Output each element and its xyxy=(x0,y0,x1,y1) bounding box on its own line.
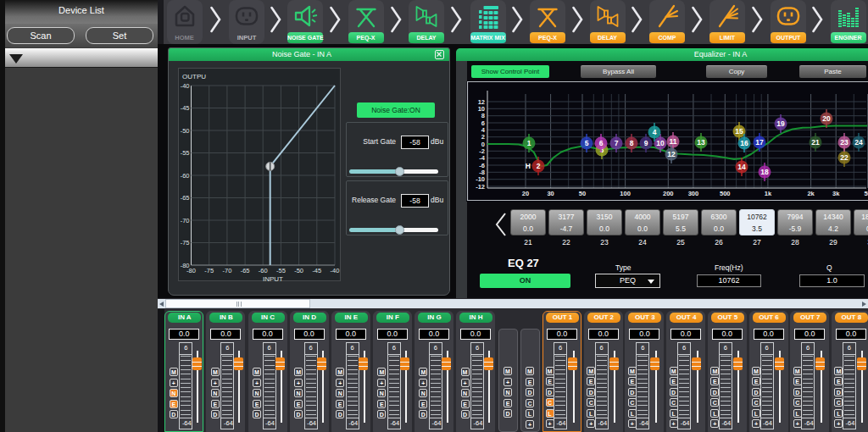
svg-text:100: 100 xyxy=(620,190,631,197)
svg-text:-40: -40 xyxy=(181,82,190,90)
svg-text:H: H xyxy=(526,162,531,170)
svg-text:11: 11 xyxy=(670,137,677,146)
svg-text:-50: -50 xyxy=(294,267,303,274)
svg-text:-60: -60 xyxy=(181,172,190,180)
svg-text:-40: -40 xyxy=(331,267,340,274)
svg-text:-70: -70 xyxy=(222,267,231,274)
svg-text:17: 17 xyxy=(755,138,764,147)
svg-text:50: 50 xyxy=(579,190,586,197)
svg-text:-55: -55 xyxy=(181,149,190,157)
svg-text:19: 19 xyxy=(776,119,785,128)
svg-text:18: 18 xyxy=(760,168,769,176)
svg-text:-70: -70 xyxy=(181,217,190,224)
svg-text:-65: -65 xyxy=(181,194,190,202)
svg-text:-45: -45 xyxy=(181,104,190,112)
svg-text:-50: -50 xyxy=(181,127,190,135)
svg-text:24: 24 xyxy=(854,138,863,147)
svg-text:200: 200 xyxy=(663,190,674,197)
svg-text:-75: -75 xyxy=(204,267,214,274)
svg-text:1k: 1k xyxy=(765,190,772,197)
svg-text:21: 21 xyxy=(811,138,820,147)
svg-text:5: 5 xyxy=(585,139,589,147)
svg-text:16: 16 xyxy=(740,139,748,147)
svg-text:500: 500 xyxy=(720,190,731,197)
svg-text:30: 30 xyxy=(547,190,554,197)
svg-text:-65: -65 xyxy=(241,267,250,274)
svg-text:INPUT: INPUT xyxy=(263,275,283,283)
svg-text:5k: 5k xyxy=(864,190,868,197)
svg-text:1: 1 xyxy=(527,139,531,147)
svg-text:-45: -45 xyxy=(312,267,321,274)
svg-text:300: 300 xyxy=(688,190,699,197)
svg-text:20: 20 xyxy=(822,114,831,123)
svg-text:2: 2 xyxy=(537,162,541,170)
svg-text:23: 23 xyxy=(840,138,849,147)
svg-text:8: 8 xyxy=(630,139,634,147)
svg-text:13: 13 xyxy=(697,138,705,147)
svg-text:-12: -12 xyxy=(476,183,485,191)
svg-text:14: 14 xyxy=(737,163,746,171)
svg-text:-55: -55 xyxy=(276,267,286,274)
svg-text:2k: 2k xyxy=(807,190,815,197)
svg-text:-60: -60 xyxy=(259,267,268,274)
svg-text:4: 4 xyxy=(653,128,657,136)
svg-text:15: 15 xyxy=(735,127,743,136)
svg-text:20: 20 xyxy=(522,190,529,197)
svg-text:-75: -75 xyxy=(181,239,190,246)
svg-text:6: 6 xyxy=(599,139,604,147)
svg-text:12: 12 xyxy=(667,150,676,158)
svg-text:10: 10 xyxy=(656,139,665,147)
svg-text:7: 7 xyxy=(615,139,619,147)
svg-text:22: 22 xyxy=(840,153,849,162)
svg-text:9: 9 xyxy=(644,139,648,147)
svg-text:-80: -80 xyxy=(186,267,196,274)
svg-text:OUTPU: OUTPU xyxy=(182,73,206,80)
svg-text:3k: 3k xyxy=(832,190,840,197)
